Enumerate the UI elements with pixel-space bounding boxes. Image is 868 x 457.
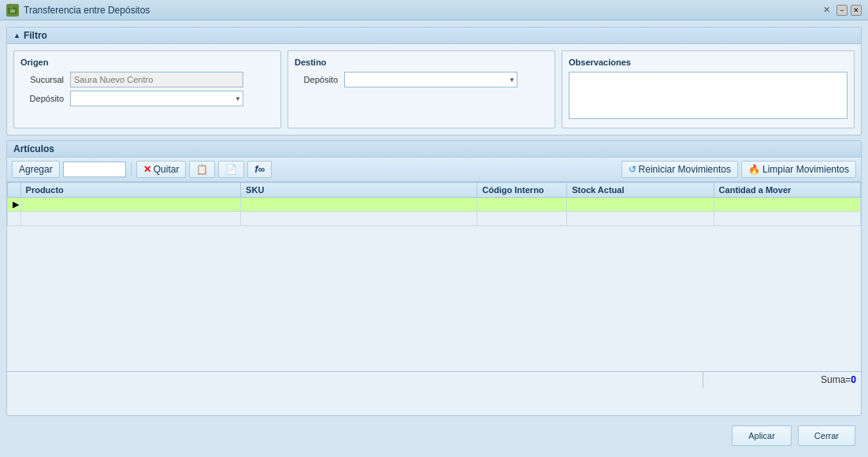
empty-producto	[20, 212, 241, 226]
paste-button[interactable]: 📄	[218, 161, 244, 178]
table-row: ▶	[8, 198, 861, 212]
empty-codigo	[477, 212, 567, 226]
copy-icon: 📋	[196, 164, 208, 175]
articulos-table: Producto SKU Código Interno Stock Actual…	[7, 182, 861, 226]
title-bar: Transferencia entre Depósitos ✕ − ✕	[0, 0, 868, 20]
agregar-button[interactable]: Agregar	[12, 161, 60, 178]
origen-deposito-label: Depósito	[20, 94, 64, 103]
destino-deposito-wrapper	[344, 72, 517, 87]
col-producto: Producto	[20, 183, 241, 198]
col-stock-actual: Stock Actual	[567, 183, 714, 198]
minimize-button[interactable]: −	[836, 5, 848, 16]
aplicar-button[interactable]: Aplicar	[732, 425, 792, 446]
sucursal-row: Sucursal	[20, 72, 274, 87]
formula-button[interactable]: f∞	[247, 161, 272, 178]
empty-stock	[567, 212, 714, 226]
app-icon	[6, 4, 19, 17]
reiniciar-label: Reiniciar Movimientos	[639, 164, 731, 175]
table-empty-row-2	[8, 212, 861, 226]
filter-section: ▲ Filtro Origen Sucursal Depósito	[6, 27, 862, 136]
origen-group: Origen Sucursal Depósito	[13, 50, 281, 128]
cantidad-mover-cell[interactable]	[714, 198, 860, 212]
filter-content: Origen Sucursal Depósito	[7, 44, 861, 135]
table-footer: Suma=0	[7, 371, 861, 388]
limpiar-button[interactable]: 🔥 Limpiar Movimientos	[741, 161, 856, 178]
articulos-toolbar: Agregar ✕ Quitar 📋 📄 f∞	[7, 158, 861, 182]
destino-group: Destino Depósito	[287, 50, 555, 128]
reiniciar-icon: ↺	[629, 164, 636, 175]
copy-button[interactable]: 📋	[189, 161, 215, 178]
articulos-header: Artículos	[7, 141, 861, 158]
col-codigo-interno: Código Interno	[477, 183, 567, 198]
toolbar-right: ↺ Reiniciar Movimientos 🔥 Limpiar Movimi…	[621, 161, 856, 178]
table-header: Producto SKU Código Interno Stock Actual…	[8, 183, 861, 198]
row-marker-header	[8, 183, 21, 198]
window-title: Transferencia entre Depósitos	[24, 5, 823, 16]
limpiar-icon: 🔥	[748, 164, 760, 175]
main-content: ▲ Filtro Origen Sucursal Depósito	[0, 20, 868, 457]
close-tab-icon[interactable]: ✕	[823, 5, 830, 15]
sku-cell[interactable]	[241, 198, 477, 212]
row-marker-cell: ▶	[8, 198, 21, 212]
origen-title: Origen	[20, 58, 274, 67]
observaciones-group: Observaciones	[562, 50, 855, 128]
codigo-interno-cell[interactable]	[477, 198, 567, 212]
destino-deposito-select[interactable]	[344, 72, 517, 87]
origen-deposito-row: Depósito	[20, 91, 274, 106]
formula-icon: f∞	[254, 164, 265, 175]
sucursal-input[interactable]	[70, 72, 243, 87]
quitar-label: Quitar	[154, 164, 180, 175]
observaciones-title: Observaciones	[569, 58, 848, 67]
quitar-button[interactable]: ✕ Quitar	[136, 161, 187, 178]
paste-icon: 📄	[225, 164, 237, 175]
destino-title: Destino	[295, 58, 548, 67]
filter-header: ▲ Filtro	[7, 28, 861, 44]
suma-value: 0	[851, 374, 856, 385]
filter-title: Filtro	[24, 30, 47, 41]
svg-rect-0	[9, 8, 17, 13]
quitar-x-icon: ✕	[143, 164, 151, 175]
sucursal-label: Sucursal	[20, 75, 64, 84]
empty-sku	[241, 212, 477, 226]
footer-left	[7, 372, 703, 388]
filter-arrow-icon: ▲	[13, 32, 20, 39]
footer-suma: Suma=0	[703, 372, 861, 388]
producto-cell[interactable]	[20, 198, 241, 212]
cerrar-button[interactable]: Cerrar	[798, 425, 855, 446]
action-bar: Aplicar Cerrar	[6, 421, 862, 451]
reiniciar-button[interactable]: ↺ Reiniciar Movimientos	[621, 161, 738, 178]
articulos-title: Artículos	[13, 143, 54, 154]
stock-actual-cell[interactable]	[567, 198, 714, 212]
limpiar-label: Limpiar Movimientos	[762, 164, 849, 175]
window-controls: − ✕	[836, 5, 862, 16]
toolbar-divider-1	[131, 162, 132, 176]
main-window: Transferencia entre Depósitos ✕ − ✕ ▲ Fi…	[0, 0, 868, 457]
empty-marker	[8, 212, 21, 226]
destino-deposito-label: Depósito	[295, 75, 338, 84]
svg-rect-1	[10, 6, 13, 9]
col-cantidad-mover: Cantidad a Mover	[714, 183, 860, 198]
close-button[interactable]: ✕	[851, 5, 862, 16]
empty-cantidad	[714, 212, 860, 226]
agregar-label: Agregar	[19, 164, 53, 175]
origen-deposito-select[interactable]	[70, 91, 243, 106]
table-body: ▶	[8, 198, 861, 226]
destino-deposito-row: Depósito	[295, 72, 548, 87]
articulos-table-scroll[interactable]: Producto SKU Código Interno Stock Actual…	[7, 182, 861, 371]
col-sku: SKU	[241, 183, 477, 198]
articulos-section: Artículos Agregar ✕ Quitar 📋 📄	[6, 140, 862, 416]
agregar-input[interactable]	[63, 162, 126, 177]
table-header-row: Producto SKU Código Interno Stock Actual…	[8, 183, 861, 198]
suma-label: Suma=	[821, 374, 851, 385]
observaciones-textarea[interactable]	[569, 72, 848, 119]
origen-deposito-wrapper	[70, 91, 243, 106]
